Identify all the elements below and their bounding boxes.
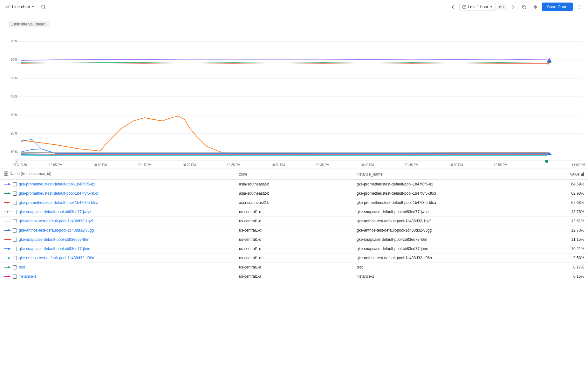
zoom-button[interactable] [519, 2, 529, 12]
cell-name: gke-anthos-test-default-pool-1c438d32-d9… [0, 254, 235, 263]
cell-value-4: 13.61% [529, 217, 588, 226]
row-checkbox-9[interactable] [13, 265, 17, 269]
clock-icon [462, 5, 467, 9]
col-header-zone[interactable]: zone [235, 169, 353, 180]
cell-value-5: 12.73% [529, 226, 588, 235]
row-checkbox-5[interactable] [13, 228, 17, 233]
svg-marker-66 [4, 239, 6, 240]
cell-instance-6: gke-snapcase-default-pool-cb83ed77-l6rn [353, 235, 529, 244]
cell-instance-4: gke-anthos-test-default-pool-1c438d32-1q… [353, 217, 529, 226]
row-name-5: gke-anthos-test-default-pool-1c438d32-v3… [19, 228, 94, 233]
legend-line-9 [4, 266, 11, 269]
cell-name: ★ gke-prometheustest-default-pool-1b47f8… [0, 198, 235, 207]
table-row: gke-snapcase-default-pool-cb83ed77-jhns … [0, 244, 588, 254]
legend-line-5 [4, 229, 11, 232]
cell-name: gke-prometheustest-default-pool-1b47f8f5… [0, 189, 235, 198]
cell-name: gke-snapcase-default-pool-cb83ed77-jwqe [0, 207, 235, 217]
cell-zone-4: us-central1-c [235, 217, 353, 226]
cell-value-1: 62.93% [529, 189, 588, 198]
cell-instance-5: gke-anthos-test-default-pool-1c438d32-v3… [353, 226, 529, 235]
svg-rect-52 [4, 174, 6, 176]
cell-value-3: 13.78% [529, 207, 588, 217]
cell-zone-3: us-central1-c [235, 207, 353, 217]
line-chart-icon [6, 4, 11, 10]
svg-text:10:30 PM: 10:30 PM [271, 163, 285, 167]
svg-marker-0 [32, 6, 34, 8]
legend-line-8 [4, 256, 11, 260]
cell-instance-9: test [353, 263, 529, 272]
row-checkbox-10[interactable] [13, 275, 17, 279]
row-checkbox-0[interactable] [13, 182, 17, 186]
svg-marker-68 [8, 248, 11, 250]
table-row: gke-prometheustest-default-pool-1b47f8f5… [0, 189, 588, 198]
svg-text:40%: 40% [10, 94, 17, 98]
more-options-button[interactable] [574, 2, 584, 12]
row-checkbox-3[interactable] [13, 210, 17, 214]
row-checkbox-4[interactable] [13, 219, 17, 223]
row-name-2: gke-prometheustest-default-pool-1b47f8f5… [19, 200, 98, 205]
next-button[interactable] [508, 2, 518, 12]
more-vert-icon [577, 4, 582, 10]
svg-text:10:55 PM: 10:55 PM [494, 163, 508, 167]
row-checkbox-6[interactable] [13, 238, 17, 242]
cell-name: gke-anthos-test-default-pool-1c438d32-v3… [0, 226, 235, 235]
save-chart-button[interactable]: Save Chart [542, 3, 573, 11]
row-checkbox-2[interactable] [13, 201, 17, 205]
table-header: Name (from instance_id) zone instance_na… [0, 169, 588, 180]
cell-instance-8: gke-anthos-test-default-pool-1c438d32-d9… [353, 254, 529, 263]
row-checkbox-7[interactable] [13, 247, 17, 251]
row-name-1: gke-prometheustest-default-pool-1b47f8f5… [19, 191, 99, 196]
svg-marker-72 [8, 266, 11, 268]
svg-point-14 [579, 8, 580, 9]
cell-instance-7: gke-snapcase-default-pool-cb83ed77-jhns [353, 244, 529, 254]
row-checkbox-8[interactable] [13, 256, 17, 260]
svg-text:10:20 PM: 10:20 PM [182, 163, 196, 167]
cell-zone-7: us-central1-c [235, 244, 353, 254]
svg-text:10%: 10% [10, 150, 17, 154]
cell-value-2: 62.63% [529, 198, 588, 207]
cell-value-8: 9.58% [529, 254, 588, 263]
row-name-8: gke-anthos-test-default-pool-1c438d32-d9… [19, 256, 94, 260]
col-name-label: Name (from instance_id) [10, 171, 51, 176]
legend-line-4 [4, 219, 11, 223]
col-header-value[interactable]: Value [529, 169, 588, 180]
col-header-instance[interactable]: instance_name [353, 169, 529, 180]
table-row: gke-anthos-test-default-pool-1c438d32-1q… [0, 217, 588, 226]
svg-text:30%: 30% [10, 113, 17, 117]
chart-area[interactable]: 70% 60% 50% 40% 30% 20% 10% 0 UTC+5:30 1… [0, 32, 588, 169]
svg-text:★: ★ [6, 201, 9, 204]
svg-text:70%: 70% [10, 39, 17, 43]
cell-zone-2: asia-southeast2-b [235, 198, 353, 207]
table-body: gke-prometheustest-default-pool-1b47f8f5… [0, 180, 588, 281]
legend-line-2: ★ [4, 201, 11, 204]
col-header-name[interactable]: Name (from instance_id) [0, 169, 235, 180]
search-button[interactable] [39, 3, 48, 11]
chevron-right-icon [510, 5, 515, 9]
prev-button[interactable] [448, 2, 458, 12]
svg-marker-74 [8, 275, 11, 277]
cell-name: gke-anthos-test-default-pool-1c438d32-1q… [0, 217, 235, 226]
cell-zone-5: us-central1-c [235, 226, 353, 235]
cell-name: instance-1 [0, 272, 235, 281]
metrics-table: Name (from instance_id) zone instance_na… [0, 169, 588, 281]
row-checkbox-1[interactable] [13, 191, 17, 196]
cell-name: gke-snapcase-default-pool-cb83ed77-l6rn [0, 235, 235, 244]
crosshair-button[interactable] [530, 2, 541, 12]
toolbar-right: Last 1 hour IST Save Chart [448, 2, 584, 12]
svg-line-6 [525, 8, 526, 9]
svg-text:10:10 PM: 10:10 PM [93, 163, 107, 167]
svg-text:0: 0 [16, 158, 17, 162]
chevron-down-icon-time [490, 5, 493, 9]
cell-instance-1: gke-prometheustest-default-pool-1b47f8f5… [353, 189, 529, 198]
chart-type-label: Line chart [12, 4, 30, 9]
svg-text:20%: 20% [10, 131, 17, 135]
svg-text:10:45 PM: 10:45 PM [405, 163, 419, 167]
time-range-selector[interactable]: Last 1 hour [459, 3, 496, 11]
cell-instance-3: gke-snapcase-default-pool-cb83ed77-jwqe [353, 207, 529, 217]
col-zone-label: zone [239, 172, 247, 177]
cell-zone-10: us-central1-a [235, 272, 353, 281]
svg-text:UTC+5:30: UTC+5:30 [12, 163, 27, 167]
chart-type-selector[interactable]: Line chart [4, 3, 37, 11]
svg-point-1 [42, 5, 45, 8]
svg-text:10:25 PM: 10:25 PM [227, 163, 241, 167]
